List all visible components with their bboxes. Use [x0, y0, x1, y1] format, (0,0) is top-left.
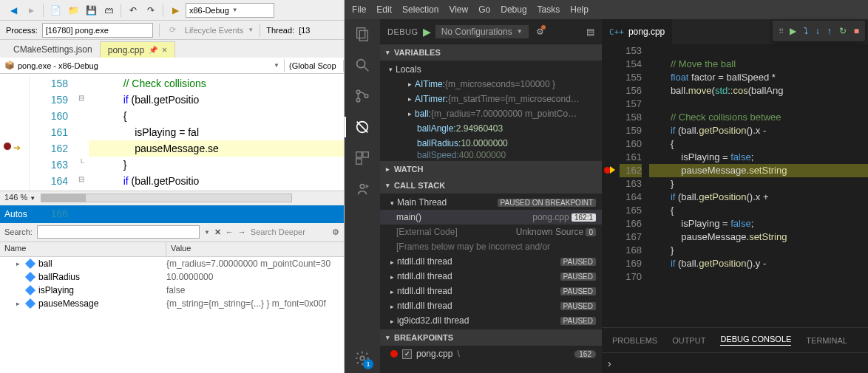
explorer-icon[interactable] — [353, 25, 371, 43]
stack-frame[interactable]: [Frames below may be incorrect and/or — [380, 239, 602, 254]
save-icon[interactable]: 💾 — [84, 3, 98, 18]
new-file-icon[interactable]: 📄 — [48, 3, 63, 18]
autos-row[interactable]: ballRadius10.0000000 — [0, 270, 344, 284]
breakpoint-row[interactable]: ✓ pong.cpp \ 162 — [380, 346, 602, 362]
vs-code-editor[interactable]: ➔ 158159160161162163164165166 ⊟ └⊟ // Ch… — [0, 74, 344, 191]
panel-tab-debug-console[interactable]: DEBUG CONSOLE — [720, 335, 791, 346]
stop-button[interactable]: ■ — [854, 26, 859, 36]
scope-combo[interactable]: (Global Scop — [285, 60, 344, 72]
variables-section-header[interactable]: ▾VARIABLES — [380, 44, 602, 61]
save-all-icon[interactable]: 🗃 — [101, 3, 116, 18]
panel-tab-problems[interactable]: PROBLEMS — [612, 336, 657, 345]
menu-edit[interactable]: Edit — [376, 4, 392, 15]
variable-row[interactable]: ▸AITime: {m_microseconds=100000 } — [380, 77, 602, 92]
undo-icon[interactable]: ↶ — [126, 3, 140, 18]
autos-row[interactable]: ▸pauseMessage{m_string={m_string={...} }… — [0, 297, 344, 310]
panel-tab-terminal[interactable]: TERMINAL — [806, 336, 847, 345]
variable-row[interactable]: ballAngle: 2.94960403 — [380, 121, 602, 136]
nav-back-button[interactable]: ◀ — [6, 3, 21, 18]
restart-button[interactable]: ↻ — [839, 26, 847, 36]
vscode-pane: FileEditSelectionViewGoDebugTasksHelp 1 … — [345, 0, 868, 373]
start-debug-button[interactable]: ▶ — [423, 26, 431, 38]
svg-rect-11 — [356, 159, 362, 164]
editor-glyph-margin[interactable] — [602, 44, 620, 327]
thread-row[interactable]: ▸ntdll.dll threadPAUSED — [380, 298, 602, 313]
debug-config-combo[interactable]: No Configurations▼ — [435, 25, 529, 38]
arrow-icon[interactable]: ← — [226, 227, 234, 236]
autos-grid[interactable]: ▸ball{m_radius=7.00000000 m_pointCount=3… — [0, 257, 344, 374]
editor-text[interactable]: // Move the ball float factor = ballSpee… — [649, 44, 868, 327]
thread-row[interactable]: ▸ntdll.dll threadPAUSED — [380, 254, 602, 269]
watch-section-header[interactable]: ▸WATCH — [380, 161, 602, 177]
scm-icon[interactable] — [353, 87, 371, 105]
menu-go[interactable]: Go — [478, 4, 490, 15]
drag-grip-icon[interactable]: ⠿ — [779, 27, 782, 35]
variable-row[interactable]: ▸ball: {m_radius=7.00000000 m_pointCo… — [380, 106, 602, 121]
variable-row[interactable]: ▸AITimer: {m_startTime={m_microsecond… — [380, 92, 602, 106]
vs-fold-margin[interactable]: ⊟ └⊟ — [74, 74, 89, 191]
vscode-menubar: FileEditSelectionViewGoDebugTasksHelp — [345, 0, 868, 19]
editor-tab-pong[interactable]: C++ pong.cpp — [602, 19, 672, 44]
vs-toolbar-debug: Process: [16780] pong.exe ⟳ Lifecycle Ev… — [0, 21, 344, 40]
vs-glyph-margin[interactable]: ➔ — [0, 74, 30, 191]
visual-studio-pane: ◀ ▶ 📄 📁 💾 🗃 ↶ ↷ ▶ x86-Debug▼ Process: [1… — [0, 0, 345, 373]
pin-icon[interactable]: 📌 — [149, 46, 157, 54]
autos-grid-header: NameValue — [0, 242, 344, 257]
breakpoint-checkbox[interactable]: ✓ — [402, 349, 412, 359]
svg-point-5 — [356, 98, 360, 102]
stack-frame[interactable]: [External Code]Unknown Source 0 — [380, 225, 602, 239]
open-icon[interactable]: 📁 — [66, 3, 81, 18]
process-combo[interactable]: [16780] pong.exe — [42, 23, 153, 38]
gear-icon[interactable]: ⚙ — [332, 227, 339, 237]
menu-view[interactable]: View — [449, 4, 468, 15]
menu-debug[interactable]: Debug — [501, 4, 526, 15]
arrow-icon[interactable]: → — [238, 227, 246, 236]
thread-row[interactable]: ▸ntdll.dll threadPAUSED — [380, 269, 602, 284]
target-scope-combo[interactable]: 📦 pong.exe - x86-Debug ▼ — [0, 59, 285, 72]
menu-tasks[interactable]: Tasks — [538, 4, 560, 15]
vs-code-text[interactable]: // Check collisions if (ball.getPositio … — [89, 74, 344, 191]
menu-selection[interactable]: Selection — [402, 4, 438, 15]
nav-forward-button[interactable]: ▶ — [24, 3, 38, 18]
thread-row[interactable]: ▸ntdll.dll threadPAUSED — [380, 284, 602, 298]
settings-gear-icon[interactable]: 1 — [353, 349, 371, 367]
locals-scope[interactable]: ▾Locals — [380, 62, 602, 77]
vs-nav-bar: 📦 pong.exe - x86-Debug ▼ (Global Scop — [0, 58, 344, 74]
clear-icon[interactable]: ✕ — [214, 227, 221, 237]
step-out-button[interactable]: ↑ — [827, 26, 832, 36]
close-icon[interactable]: × — [162, 45, 167, 55]
target-icon[interactable]: ▶ — [168, 3, 183, 18]
continue-button[interactable]: ▶ — [790, 26, 796, 36]
step-over-button[interactable]: ⤵ — [804, 26, 808, 36]
autos-row[interactable]: ▸ball{m_radius=7.00000000 m_pointCount=3… — [0, 257, 344, 270]
update-badge: 1 — [363, 359, 373, 369]
config-combo[interactable]: x86-Debug▼ — [186, 3, 274, 18]
search-icon[interactable] — [353, 56, 371, 74]
redo-icon[interactable]: ↷ — [143, 3, 158, 18]
panel-chevron-icon[interactable]: › — [608, 357, 611, 369]
step-into-button[interactable]: ↓ — [816, 26, 820, 36]
extensions-icon[interactable] — [353, 149, 371, 167]
variable-row[interactable]: ballRadius: 10.0000000 — [380, 136, 602, 151]
menu-help[interactable]: Help — [570, 4, 589, 15]
breakpoints-section-header[interactable]: ▾BREAKPOINTS — [380, 329, 602, 346]
lifecycle-icon[interactable]: ⟳ — [166, 23, 180, 38]
stack-frame[interactable]: main()pong.cpp 162:1 — [380, 210, 602, 225]
main-thread-row[interactable]: ▾Main Thread PAUSED ON BREAKPOINT — [380, 195, 602, 210]
variable-row[interactable]: ballSpeed: 400.000000 — [380, 151, 602, 160]
tab-cmakesettings[interactable]: CMakeSettings.json — [6, 41, 100, 58]
debug-console-icon[interactable]: ▤ — [586, 27, 594, 37]
autos-row[interactable]: isPlayingfalse — [0, 284, 344, 297]
debug-icon[interactable] — [353, 118, 371, 136]
debug-toolbar[interactable]: ⠿ ▶ ⤵ ↓ ↑ ↻ ■ — [773, 21, 865, 41]
thread-row[interactable]: ▸ig9icd32.dll threadPAUSED — [380, 313, 602, 328]
live-share-icon[interactable] — [353, 180, 371, 198]
tab-pong-cpp[interactable]: pong.cpp 📌 × — [100, 41, 175, 58]
search-deeper-button[interactable]: Search Deeper — [251, 227, 305, 236]
menu-file[interactable]: File — [352, 4, 366, 15]
callstack-section-header[interactable]: ▾CALL STACK — [380, 177, 602, 194]
vscode-editor[interactable]: 1531541551561571581591601611621631641651… — [602, 44, 868, 327]
debug-gear-icon[interactable]: ⚙ — [536, 27, 544, 37]
autos-search-input[interactable] — [37, 225, 200, 239]
panel-tab-output[interactable]: OUTPUT — [672, 336, 705, 345]
